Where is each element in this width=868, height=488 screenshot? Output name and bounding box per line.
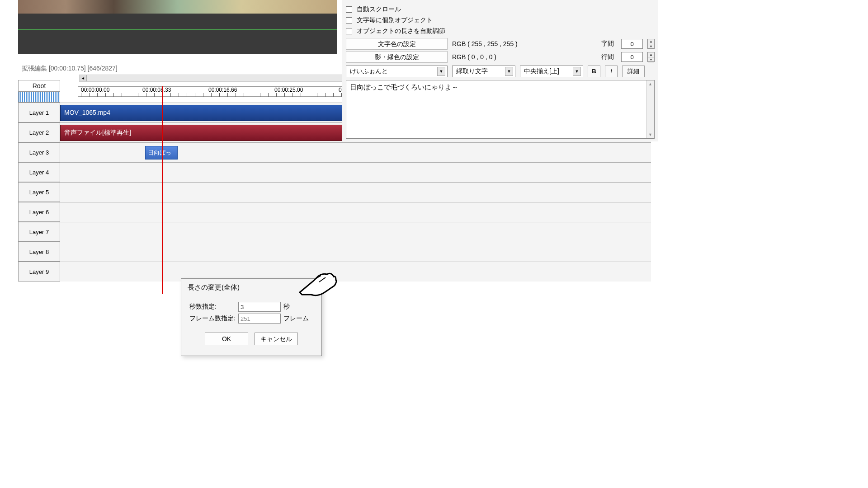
cancel-button[interactable]: キャンセル: [255, 333, 298, 345]
layer-label[interactable]: Layer 1: [18, 103, 60, 122]
preview-guideline: [18, 29, 337, 30]
checkbox-icon: [346, 17, 352, 23]
layer-label[interactable]: Layer 6: [18, 202, 60, 222]
line-spacing-spinner[interactable]: ▲▼: [647, 52, 655, 62]
ruler-tick: 00:00:08.33: [142, 87, 171, 93]
layer-track[interactable]: 日向ぼっ: [60, 142, 651, 162]
layer-label[interactable]: Layer 8: [18, 242, 60, 262]
root-button[interactable]: Root: [18, 80, 60, 92]
shadow-color-button[interactable]: 影・縁色の設定: [346, 51, 448, 63]
ruler-tick: 00:00:25.00: [274, 87, 303, 93]
text-color-value: RGB ( 255 , 255 , 255 ): [452, 40, 518, 47]
font-dropdown[interactable]: けいふぉんと▼: [346, 66, 448, 77]
layer-label[interactable]: Layer 9: [18, 262, 60, 282]
seconds-unit: 秒: [283, 303, 290, 311]
ruler-tick: 00:00:16.66: [208, 87, 237, 93]
seconds-input[interactable]: [238, 302, 281, 312]
frames-label: フレーム数指定:: [189, 314, 238, 323]
dialog-title: 長さの変更(全体): [181, 279, 321, 296]
char-spacing-spinner[interactable]: ▲▼: [647, 39, 655, 49]
checkbox-icon: [346, 28, 352, 34]
text-color-button[interactable]: 文字色の設定: [346, 38, 448, 50]
layer-row: Layer 9: [18, 262, 651, 282]
layer-row: Layer 5: [18, 182, 651, 202]
style-dropdown[interactable]: 縁取り文字▼: [452, 66, 515, 77]
line-spacing-input[interactable]: [621, 52, 643, 62]
chevron-down-icon: ▼: [437, 67, 445, 76]
timeline-clip[interactable]: 日向ぼっ: [145, 146, 178, 160]
layer-label[interactable]: Layer 3: [18, 142, 60, 162]
char-spacing-label: 字間: [601, 40, 614, 48]
layer-track[interactable]: [60, 202, 651, 222]
italic-button[interactable]: I: [605, 66, 618, 77]
preview-thumbnail: [18, 0, 337, 14]
char-spacing-input[interactable]: [621, 39, 643, 49]
chevron-down-icon: ▼: [573, 67, 581, 76]
frames-unit: フレーム: [283, 314, 309, 323]
bold-button[interactable]: B: [588, 66, 600, 77]
layer-row: Layer 4: [18, 162, 651, 182]
detail-button[interactable]: 詳細: [622, 66, 645, 77]
textarea-scrollbar[interactable]: ▲ ▼: [646, 80, 654, 138]
chevron-down-icon: ▼: [505, 67, 513, 76]
checkbox-icon: [346, 6, 352, 13]
layer-track[interactable]: [60, 162, 651, 182]
auto-length-checkbox[interactable]: オブジェクトの長さを自動調節: [346, 27, 655, 35]
align-dropdown[interactable]: 中央揃え[上]▼: [520, 66, 583, 77]
timeline-window-title: 拡張編集 [00:00:10.75] [646/2827]: [22, 65, 118, 73]
layer-track[interactable]: [60, 222, 651, 242]
layer-track[interactable]: [60, 182, 651, 202]
frames-input[interactable]: [238, 314, 281, 324]
layer-row: Layer 7: [18, 222, 651, 242]
shadow-color-value: RGB ( 0 , 0 , 0 ): [452, 53, 496, 61]
layer-row: Layer 8: [18, 242, 651, 262]
text-content-textarea[interactable]: 日向ぼっこで毛づくろいにゃりよ～ ▲ ▼: [346, 80, 655, 139]
text-properties-panel: 自動スクロール 文字毎に個別オブジェクト オブジェクトの長さを自動調節 文字色の…: [342, 0, 658, 141]
scroll-left-icon[interactable]: ◄: [80, 75, 87, 81]
ruler-tick: 00:00:00.00: [81, 87, 109, 93]
playhead[interactable]: [162, 86, 163, 294]
layer-label[interactable]: Layer 7: [18, 222, 60, 242]
layer-label[interactable]: Layer 5: [18, 182, 60, 202]
layer-row: Layer 6: [18, 202, 651, 222]
layer-track[interactable]: [60, 242, 651, 262]
seconds-label: 秒数指定:: [189, 303, 238, 311]
scroll-up-icon: ▲: [646, 80, 654, 88]
layer-row: Layer 3日向ぼっ: [18, 142, 651, 162]
length-change-dialog: 長さの変更(全体) 秒数指定: 秒 フレーム数指定: フレーム OK キャンセル: [181, 278, 322, 356]
layer-label[interactable]: Layer 4: [18, 162, 60, 182]
preview-area: [18, 0, 337, 54]
line-spacing-label: 行間: [601, 53, 614, 61]
ok-button[interactable]: OK: [205, 333, 248, 345]
scroll-down-icon: ▼: [646, 131, 654, 138]
per-char-checkbox[interactable]: 文字毎に個別オブジェクト: [346, 16, 655, 24]
layer-label[interactable]: Layer 2: [18, 122, 60, 142]
timeline-zoom-indicator[interactable]: [18, 92, 60, 103]
auto-scroll-checkbox[interactable]: 自動スクロール: [346, 5, 655, 14]
layer-track[interactable]: [60, 262, 651, 282]
